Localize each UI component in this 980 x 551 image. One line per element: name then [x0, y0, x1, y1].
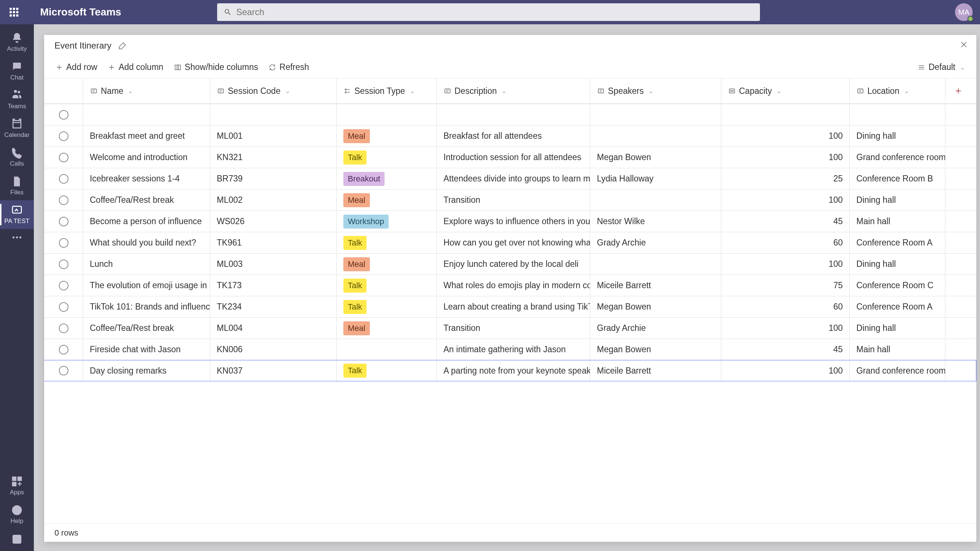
cell-capacity[interactable]: 60 [721, 296, 850, 317]
cell-name[interactable]: Become a person of influence [83, 211, 210, 232]
cell-location[interactable]: Dining hall [850, 253, 945, 275]
cell-type[interactable]: Talk [337, 147, 437, 168]
view-switcher[interactable]: Default ⌄ [918, 62, 965, 72]
rail-calls[interactable]: Calls [0, 143, 34, 172]
cell-desc[interactable]: Transition [437, 190, 590, 210]
filter-name[interactable] [83, 104, 210, 125]
cell-location[interactable]: Dining hall [850, 126, 945, 147]
select-all-header[interactable] [44, 78, 83, 104]
column-header-session-code[interactable]: Session Code⌄ [210, 78, 337, 104]
cell-capacity[interactable]: 75 [721, 275, 850, 296]
rail-activity[interactable]: Activity [0, 28, 34, 57]
rail-teams[interactable]: Teams [0, 85, 34, 114]
cell-type[interactable]: Talk [337, 296, 437, 317]
search-box[interactable] [217, 3, 760, 21]
table-row[interactable]: Day closing remarks KN037 Talk A parting… [44, 360, 976, 381]
cell-type[interactable]: Breakout [337, 168, 437, 189]
column-header-location[interactable]: Location⌄ [850, 78, 945, 104]
cell-desc[interactable]: Breakfast for all attendees [437, 126, 590, 147]
column-header-capacity[interactable]: Capacity⌄ [721, 78, 850, 104]
cell-code[interactable]: ML003 [210, 253, 337, 275]
filter-code[interactable] [210, 104, 337, 125]
row-select[interactable] [44, 360, 83, 381]
cell-capacity[interactable]: 100 [721, 190, 850, 210]
cell-speakers[interactable]: Megan Bowen [590, 296, 721, 317]
table-row[interactable]: Breakfast meet and greet ML001 Meal Brea… [44, 126, 976, 147]
cell-capacity[interactable]: 100 [721, 253, 850, 275]
cell-capacity[interactable]: 25 [721, 168, 850, 189]
cell-desc[interactable]: An intimate gathering with Jason [437, 339, 590, 360]
waffle-menu[interactable] [8, 6, 20, 18]
cell-code[interactable]: TK961 [210, 232, 337, 253]
cell-type[interactable]: Meal [337, 126, 437, 147]
cell-desc[interactable]: How can you get over not knowing what t.… [437, 232, 590, 253]
cell-speakers[interactable] [590, 253, 721, 275]
row-select[interactable] [44, 275, 83, 296]
table-row[interactable]: Coffee/Tea/Rest break ML004 Meal Transit… [44, 318, 976, 339]
table-row[interactable]: Lunch ML003 Meal Enjoy lunch catered by … [44, 253, 976, 275]
cell-speakers[interactable]: Lydia Halloway [590, 168, 721, 189]
cell-type[interactable]: Meal [337, 318, 437, 339]
cell-speakers[interactable]: Miceile Barrett [590, 275, 721, 296]
row-select[interactable] [44, 147, 83, 168]
search-input[interactable] [236, 7, 753, 17]
rail-files[interactable]: Files [0, 172, 34, 200]
cell-location[interactable]: Conference Room A [850, 296, 945, 317]
column-header-name[interactable]: Name⌄ [83, 78, 210, 104]
cell-location[interactable]: Dining hall [850, 318, 945, 339]
cell-capacity[interactable]: 45 [721, 211, 850, 232]
cell-speakers[interactable]: Grady Archie [590, 318, 721, 339]
cell-desc[interactable]: Learn about creating a brand using TikTo… [437, 296, 590, 317]
row-select[interactable] [44, 339, 83, 360]
rail-calendar[interactable]: Calendar [0, 114, 34, 143]
cell-speakers[interactable]: Megan Bowen [590, 147, 721, 168]
cell-desc[interactable]: Introduction session for all attendees [437, 147, 590, 168]
table-row[interactable]: Become a person of influence WS026 Works… [44, 211, 976, 232]
cell-code[interactable]: KN006 [210, 339, 337, 360]
cell-type[interactable]: Meal [337, 253, 437, 275]
rail-more[interactable] [0, 229, 34, 247]
cell-type[interactable]: Talk [337, 360, 437, 381]
refresh-button[interactable]: Refresh [268, 62, 309, 72]
cell-capacity[interactable]: 45 [721, 339, 850, 360]
filter-desc[interactable] [437, 104, 590, 125]
cell-speakers[interactable]: Grady Archie [590, 232, 721, 253]
rail-pa-test[interactable]: PA TEST [0, 200, 34, 229]
cell-type[interactable]: Workshop [337, 211, 437, 232]
cell-location[interactable]: Conference Room B [850, 168, 945, 189]
cell-name[interactable]: The evolution of emoji usage in c... [83, 275, 210, 296]
table-row[interactable]: Icebreaker sessions 1-4 BR739 Breakout A… [44, 168, 976, 190]
cell-location[interactable]: Conference Room C [850, 275, 945, 296]
cell-code[interactable]: ML002 [210, 190, 337, 210]
cell-name[interactable]: TikTok 101: Brands and influencers [83, 296, 210, 317]
row-select[interactable] [44, 211, 83, 232]
cell-capacity[interactable]: 100 [721, 318, 850, 339]
rail-help[interactable]: Help [0, 500, 34, 529]
filter-type[interactable] [337, 104, 437, 125]
cell-name[interactable]: Coffee/Tea/Rest break [83, 190, 210, 210]
cell-name[interactable]: Breakfast meet and greet [83, 126, 210, 147]
cell-capacity[interactable]: 60 [721, 232, 850, 253]
table-row[interactable]: Fireside chat with Jason KN006 An intima… [44, 339, 976, 360]
add-column-button[interactable]: Add column [107, 62, 163, 72]
table-row[interactable]: Coffee/Tea/Rest break ML002 Meal Transit… [44, 190, 976, 211]
filter-location[interactable] [850, 104, 945, 125]
cell-code[interactable]: WS026 [210, 211, 337, 232]
cell-code[interactable]: ML001 [210, 126, 337, 147]
close-button[interactable] [959, 40, 968, 49]
cell-name[interactable]: Coffee/Tea/Rest break [83, 318, 210, 339]
table-row[interactable]: TikTok 101: Brands and influencers TK234… [44, 296, 976, 318]
row-select[interactable] [44, 296, 83, 317]
cell-code[interactable]: KN321 [210, 147, 337, 168]
column-header-session-type[interactable]: Session Type⌄ [337, 78, 437, 104]
cell-speakers[interactable]: Megan Bowen [590, 339, 721, 360]
cell-speakers[interactable] [590, 126, 721, 147]
cell-name[interactable]: What should you build next? [83, 232, 210, 253]
cell-desc[interactable]: Explore ways to influence others in your… [437, 211, 590, 232]
table-row[interactable]: What should you build next? TK961 Talk H… [44, 232, 976, 253]
cell-location[interactable]: Grand conference room [850, 360, 945, 381]
row-select[interactable] [44, 253, 83, 275]
cell-location[interactable]: Main hall [850, 339, 945, 360]
cell-type[interactable]: Meal [337, 190, 437, 210]
edit-icon[interactable] [118, 41, 127, 50]
